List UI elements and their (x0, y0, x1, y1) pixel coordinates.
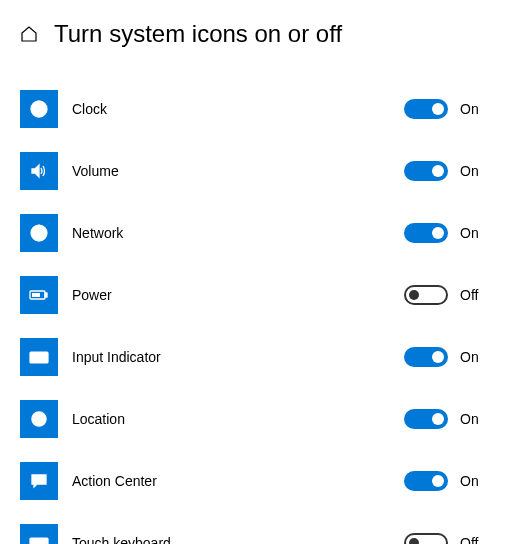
page-header: Turn system icons on or off (20, 20, 524, 48)
setting-row-power: Power Off (20, 264, 524, 326)
toggle-wrapper: Off (404, 285, 484, 305)
touch-keyboard-icon (20, 524, 58, 544)
home-icon[interactable] (20, 25, 38, 43)
svg-rect-5 (45, 293, 47, 297)
svg-rect-8 (32, 354, 34, 356)
svg-rect-24 (32, 540, 34, 542)
svg-rect-9 (35, 354, 37, 356)
clock-icon (20, 90, 58, 128)
toggle-wrapper: On (404, 409, 484, 429)
toggle-wrapper: On (404, 347, 484, 367)
network-icon (20, 214, 58, 252)
setting-row-touch-keyboard: Touch keyboard Off (20, 512, 524, 544)
toggle-wrapper: On (404, 161, 484, 181)
page-title: Turn system icons on or off (54, 20, 342, 48)
toggle-wrapper: Off (404, 533, 484, 544)
setting-label: Network (72, 225, 390, 241)
setting-row-volume: Volume On (20, 140, 524, 202)
toggle-touch-keyboard[interactable] (404, 533, 448, 544)
setting-label: Input Indicator (72, 349, 390, 365)
settings-list: Clock On Volume On Network (20, 78, 524, 544)
setting-label: Power (72, 287, 390, 303)
toggle-state-label: Off (460, 535, 484, 544)
svg-rect-18 (34, 360, 44, 362)
toggle-wrapper: On (404, 471, 484, 491)
toggle-state-label: On (460, 225, 484, 241)
svg-rect-26 (38, 540, 40, 542)
svg-rect-12 (44, 354, 46, 356)
svg-rect-15 (38, 357, 40, 359)
setting-label: Volume (72, 163, 390, 179)
svg-rect-17 (44, 357, 46, 359)
setting-row-network: Network On (20, 202, 524, 264)
toggle-state-label: On (460, 411, 484, 427)
setting-label: Location (72, 411, 390, 427)
toggle-power[interactable] (404, 285, 448, 305)
toggle-input-indicator[interactable] (404, 347, 448, 367)
setting-label: Touch keyboard (72, 535, 390, 544)
toggle-wrapper: On (404, 99, 484, 119)
keyboard-icon (20, 338, 58, 376)
toggle-state-label: On (460, 163, 484, 179)
toggle-action-center[interactable] (404, 471, 448, 491)
location-icon (20, 400, 58, 438)
setting-label: Clock (72, 101, 390, 117)
svg-rect-28 (44, 540, 46, 542)
power-icon (20, 276, 58, 314)
toggle-state-label: On (460, 473, 484, 489)
toggle-network[interactable] (404, 223, 448, 243)
toggle-location[interactable] (404, 409, 448, 429)
setting-row-input-indicator: Input Indicator On (20, 326, 524, 388)
svg-rect-27 (41, 540, 43, 542)
volume-icon (20, 152, 58, 190)
toggle-clock[interactable] (404, 99, 448, 119)
setting-row-location: Location On (20, 388, 524, 450)
svg-rect-14 (35, 357, 37, 359)
toggle-state-label: On (460, 101, 484, 117)
toggle-state-label: Off (460, 287, 484, 303)
action-center-icon (20, 462, 58, 500)
setting-row-action-center: Action Center On (20, 450, 524, 512)
svg-rect-25 (35, 540, 37, 542)
svg-rect-6 (32, 293, 40, 297)
setting-row-clock: Clock On (20, 78, 524, 140)
svg-rect-16 (41, 357, 43, 359)
toggle-wrapper: On (404, 223, 484, 243)
svg-rect-13 (32, 357, 34, 359)
setting-label: Action Center (72, 473, 390, 489)
svg-rect-10 (38, 354, 40, 356)
toggle-volume[interactable] (404, 161, 448, 181)
svg-rect-11 (41, 354, 43, 356)
toggle-state-label: On (460, 349, 484, 365)
svg-point-20 (37, 417, 42, 422)
